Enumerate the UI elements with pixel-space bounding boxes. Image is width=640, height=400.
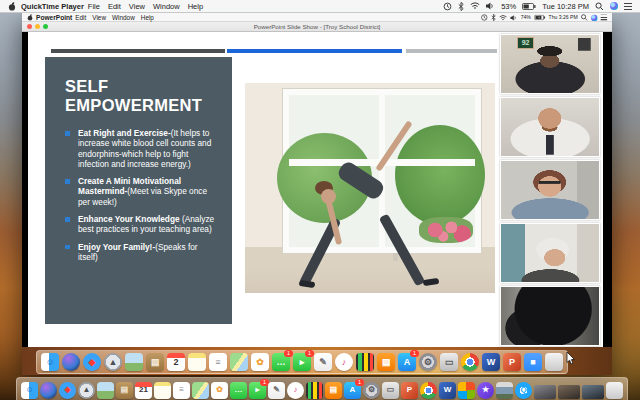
photos[interactable]: ✿ [211,382,228,399]
minimized-window-3[interactable] [582,385,604,399]
menubar: QuickTime Player FileEditViewWindowHelp … [0,0,640,13]
menubar-clock[interactable]: Tue 10:28 PM [542,2,589,11]
quicktime-recording-window[interactable]: PowerPoint EditViewWindowHelp 74% Thu 3:… [22,13,612,374]
siri[interactable] [40,382,57,399]
contacts[interactable]: ▤ [116,382,133,399]
books[interactable]: ▤ [325,382,342,399]
photo-flowers [419,217,473,243]
participant-4[interactable] [500,223,600,283]
messages[interactable]: … [230,382,247,399]
recorded-wifi-icon [499,14,507,20]
facetime[interactable]: ▸ 1 [249,382,266,399]
slide-accent-bar-dark [51,49,225,53]
siri[interactable] [62,353,80,371]
volume-icon[interactable] [486,2,495,10]
photo-greenery [395,125,485,225]
zoom[interactable]: ■ [524,353,542,371]
slide-accent-bar-blue [227,49,402,53]
minimized-window-2[interactable] [558,385,580,399]
wifi-icon[interactable] [470,2,480,10]
apple-menu-icon[interactable] [8,2,16,11]
office[interactable] [458,382,475,399]
photos[interactable]: ✿ [251,353,269,371]
system-preferences[interactable]: ⚙ [419,353,437,371]
launchpad[interactable]: ▲ [104,353,122,371]
printer[interactable]: ▭ [382,382,399,399]
contacts[interactable]: ▤ [146,353,164,371]
reminders[interactable]: ≡ [173,382,190,399]
zoom-button[interactable] [43,24,48,29]
quicktime[interactable]: Q [515,382,532,399]
word[interactable]: W [482,353,500,371]
trash[interactable] [545,353,563,371]
finder[interactable]: ☺ [21,382,38,399]
recorded-apple-menu-icon [27,14,33,21]
app-store[interactable]: A 1 [398,353,416,371]
stocks-chart[interactable] [306,382,323,399]
bluetooth-icon[interactable] [458,2,464,11]
media-browser[interactable] [496,382,513,399]
maps[interactable] [192,382,209,399]
siri-icon[interactable] [610,2,618,10]
itunes[interactable]: ♪ [335,353,353,371]
menu-item[interactable]: View [129,2,145,11]
slide-title: SELF EMPOWERMENT [65,77,218,115]
menu-item[interactable]: Window [153,2,180,11]
calendar[interactable]: 21 [135,382,152,399]
chrome[interactable] [461,353,479,371]
finder[interactable]: ☺ [41,353,59,371]
spotlight-icon[interactable] [595,2,604,11]
messages[interactable]: … 1 [272,353,290,371]
stocks-chart[interactable] [356,353,374,371]
books[interactable]: ▤ [377,353,395,371]
active-app-name[interactable]: QuickTime Player [21,2,84,11]
safari[interactable]: ◆ [83,353,101,371]
time-machine-icon[interactable] [443,2,452,11]
participant-3[interactable] [500,160,600,220]
participant-5[interactable] [500,286,600,346]
minimize-button[interactable] [35,24,40,29]
photo-window [283,89,481,253]
menu-item[interactable]: Edit [108,2,121,11]
window-controls [27,24,48,29]
printer[interactable]: ▭ [440,353,458,371]
chrome[interactable] [420,382,437,399]
textedit[interactable]: ✎ [314,353,332,371]
mouse-cursor [566,352,575,365]
jersey-number: 92 [517,37,535,49]
menu-item[interactable]: Help [188,2,203,11]
participant-2[interactable] [500,97,600,157]
battery-icon[interactable] [522,3,536,10]
recorded-battery-percent: 74% [520,14,530,20]
itunes[interactable]: ♪ [287,382,304,399]
powerpoint[interactable]: P [503,353,521,371]
reminders[interactable]: ≡ [209,353,227,371]
preview[interactable] [125,353,143,371]
notification-center-icon[interactable] [624,3,632,10]
slide-bullet: Enjoy Your Family!-(Speaks for itself) [65,242,218,263]
textedit[interactable]: ✎ [268,382,285,399]
close-button[interactable] [27,24,32,29]
recorded-spotlight-icon [581,13,588,20]
launchpad[interactable]: ▲ [78,382,95,399]
participant-1[interactable]: 92 [500,34,600,94]
maps[interactable] [230,353,248,371]
bullet-marker [65,245,70,250]
minimized-window-1[interactable] [534,385,556,399]
recorded-menubar-clock: Thu 3:26 PM [548,14,577,20]
preview[interactable] [97,382,114,399]
facetime[interactable]: ▸ 1 [293,353,311,371]
notes[interactable] [154,382,171,399]
recorded-menu-item: View [92,14,106,21]
menu-item[interactable]: File [88,2,100,11]
safari[interactable]: ◆ [59,382,76,399]
imovie[interactable]: ★ [477,382,494,399]
app-store[interactable]: A 1 [344,382,361,399]
system-preferences[interactable]: ⚙ [363,382,380,399]
calendar[interactable]: 2 [167,353,185,371]
word[interactable]: W [439,382,456,399]
powerpoint[interactable]: P [401,382,418,399]
notes[interactable] [188,353,206,371]
recorded-siri-icon [591,14,597,20]
trash[interactable] [606,382,623,399]
